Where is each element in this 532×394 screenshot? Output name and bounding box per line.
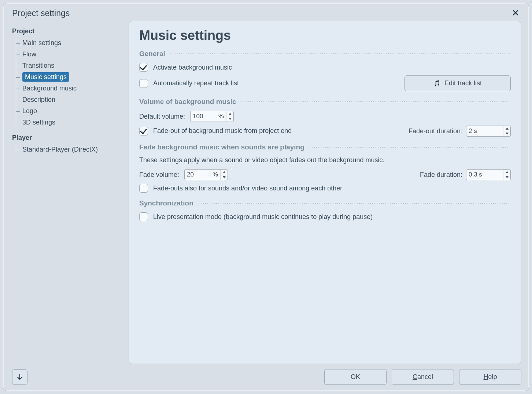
close-icon (513, 10, 518, 16)
section-label: General (139, 50, 165, 58)
titlebar: Project settings (3, 3, 529, 21)
dialog-body: Project Main settings Flow Transitions M… (3, 21, 529, 369)
help-label: Help (483, 373, 497, 381)
tree-group-player: Player (12, 134, 122, 142)
spin-up-button[interactable] (221, 170, 228, 175)
sidebar-item-main-settings[interactable]: Main settings (16, 37, 122, 49)
sidebar-item-label: Main settings (22, 39, 61, 47)
sidebar-item-label: Logo (22, 107, 37, 115)
fadeouts-also-checkbox[interactable] (139, 184, 148, 193)
main-panel: Music settings General Activate backgrou… (129, 21, 521, 364)
sidebar: Project Main settings Flow Transitions M… (12, 21, 122, 364)
fade-volume-spinner[interactable]: % (184, 169, 228, 180)
row-repeat-left: Automatically repeat track list (139, 79, 239, 88)
default-volume-label: Default volume: (139, 113, 185, 120)
footer-left (12, 369, 27, 385)
section-divider (170, 53, 511, 54)
spin-up-button[interactable] (226, 111, 233, 116)
fadeout-duration-spinner[interactable] (466, 126, 511, 137)
arrow-down-icon (16, 373, 23, 381)
row-fade-volume: Fade volume: % Fade duration: (139, 169, 511, 180)
spin-up-button[interactable] (503, 170, 510, 175)
sidebar-item-label: 3D settings (22, 119, 55, 126)
fadeout-duration-input[interactable] (466, 126, 503, 136)
section-label: Volume of background music (139, 98, 236, 106)
fadeout-duration-group: Fade-out duration: (409, 126, 511, 137)
help-button[interactable]: Help (459, 369, 521, 385)
import-button[interactable] (12, 369, 27, 385)
section-header-general: General (139, 50, 511, 58)
activate-bg-music-label: Activate background music (153, 64, 232, 71)
window-title: Project settings (12, 8, 70, 18)
sidebar-item-label: Transitions (22, 62, 54, 69)
edit-tracklist-button[interactable]: Edit track list (404, 75, 511, 91)
fade-volume-unit: % (210, 170, 220, 180)
cancel-button[interactable]: Cancel (392, 369, 454, 385)
fade-info-text: These settings apply when a sound or vid… (139, 156, 511, 164)
page-title: Music settings (139, 28, 511, 43)
project-settings-dialog: Project settings Project Main settings F… (3, 3, 529, 391)
default-volume-spinner[interactable]: % (190, 111, 234, 122)
fade-duration-input[interactable] (466, 170, 503, 180)
sidebar-item-label: Flow (22, 51, 36, 58)
fade-duration-label: Fade duration: (420, 171, 462, 179)
spin-up-button[interactable] (503, 126, 510, 131)
row-repeat-and-edit: Automatically repeat track list Edit tra… (139, 75, 511, 91)
fadeouts-also-label: Fade-outs also for sounds and/or video s… (153, 185, 342, 192)
sidebar-item-label: Background music (22, 85, 77, 92)
section-header-sync: Synchronization (139, 199, 511, 207)
fade-duration-group: Fade duration: (420, 169, 511, 180)
default-volume-unit: % (216, 111, 226, 122)
sidebar-item-3d-settings[interactable]: 3D settings (16, 117, 122, 128)
sidebar-item-transitions[interactable]: Transitions (16, 60, 122, 71)
dialog-footer: OK Cancel Help (3, 369, 529, 391)
close-button[interactable] (510, 7, 521, 19)
row-fadeouts-also: Fade-outs also for sounds and/or video s… (139, 184, 511, 193)
sidebar-item-music-settings[interactable]: Music settings (16, 71, 122, 83)
sidebar-item-standard-player[interactable]: Standard-Player (DirectX) (16, 144, 122, 155)
live-mode-checkbox[interactable] (139, 212, 148, 221)
fadeout-end-checkbox[interactable] (139, 127, 148, 135)
sidebar-item-description[interactable]: Description (16, 94, 122, 105)
footer-right: OK Cancel Help (324, 369, 521, 385)
sidebar-item-label: Standard-Player (DirectX) (22, 146, 98, 153)
activate-bg-music-checkbox[interactable] (139, 63, 148, 72)
spin-down-button[interactable] (503, 131, 510, 136)
fade-volume-spin-buttons (220, 170, 228, 180)
row-default-volume: Default volume: % (139, 111, 511, 122)
tree-items-player: Standard-Player (DirectX) (16, 144, 122, 155)
row-fadeout-end: Fade-out of background music from projec… (139, 126, 511, 137)
section-divider (198, 203, 511, 204)
section-divider (241, 101, 511, 102)
sidebar-item-background-music[interactable]: Background music (16, 83, 122, 94)
section-label: Fade background music when sounds are pl… (139, 143, 304, 151)
row-fadeout-end-left: Fade-out of background music from projec… (139, 127, 292, 135)
spin-down-button[interactable] (221, 175, 228, 180)
sidebar-item-flow[interactable]: Flow (16, 49, 122, 60)
music-note-icon (433, 80, 441, 87)
ok-label: OK (351, 373, 360, 381)
default-volume-spin-buttons (226, 111, 233, 122)
spin-down-button[interactable] (226, 116, 233, 122)
fadeout-end-label: Fade-out of background music from projec… (153, 127, 292, 135)
section-divider (309, 147, 511, 148)
cancel-label: Cancel (413, 373, 433, 381)
tree-group-project: Project (12, 27, 122, 35)
row-live-mode: Live presentation mode (background music… (139, 212, 511, 221)
spin-down-button[interactable] (503, 175, 510, 180)
sidebar-item-logo[interactable]: Logo (16, 105, 122, 117)
sidebar-item-label: Music settings (22, 72, 69, 82)
row-fade-volume-left: Fade volume: % (139, 169, 228, 180)
fade-volume-label: Fade volume: (139, 171, 179, 179)
edit-tracklist-label: Edit track list (444, 79, 482, 87)
default-volume-input[interactable] (191, 111, 216, 122)
ok-button[interactable]: OK (324, 369, 387, 385)
fade-duration-spinner[interactable] (466, 169, 511, 180)
sidebar-item-label: Description (22, 96, 55, 103)
section-header-volume: Volume of background music (139, 98, 511, 106)
fade-volume-input[interactable] (185, 170, 210, 180)
tree-items-project: Main settings Flow Transitions Music set… (16, 37, 122, 128)
fadeout-duration-label: Fade-out duration: (409, 127, 462, 135)
repeat-tracklist-checkbox[interactable] (139, 79, 148, 88)
repeat-tracklist-label: Automatically repeat track list (153, 79, 239, 87)
